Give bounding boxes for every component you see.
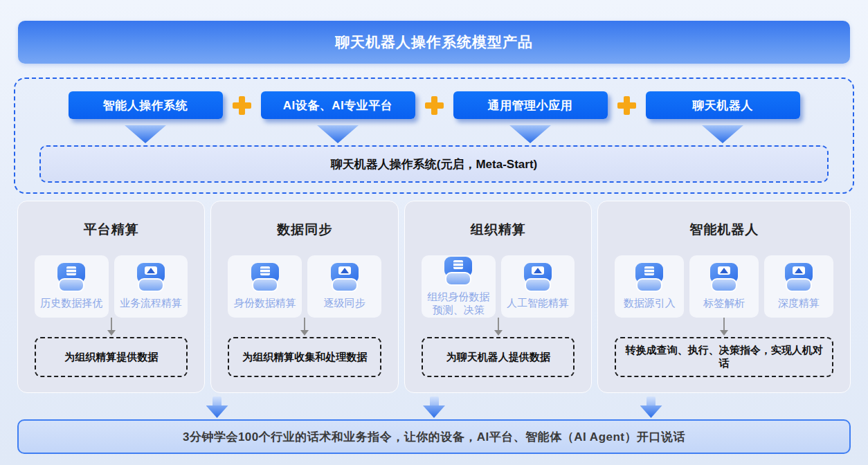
mountain-icon — [783, 263, 815, 292]
footer-text: 3分钟学会100个行业的话术和业务指令，让你的设备，AI平台、智能体（AI Ag… — [183, 429, 685, 445]
output-label: 为聊天机器人提供数据 — [446, 351, 550, 364]
feature-card: 历史数据择优 — [35, 255, 109, 318]
feature-card: 人工智能精算 — [501, 255, 575, 318]
column-title: 智能机器人 — [689, 221, 759, 239]
feature-card-label: 数据源引入 — [624, 297, 676, 310]
output-box: 转换成查询、执行、决策指令，实现人机对话 — [615, 337, 833, 377]
column-platform-actuary: 平台精算 历史数据择优 业务流程精算 为组织精算提供数据 — [17, 201, 205, 393]
os-composition-section: 智能人操作系统 AI设备、AI专业平台 通用管理小应用 聊天机器人 聊天机器人操… — [14, 78, 854, 194]
icon-glyph — [145, 266, 157, 275]
mountain-icon — [708, 263, 740, 292]
output-box: 为组织精算收集和处理数据 — [228, 337, 381, 377]
column-intelligent-robot: 智能机器人 数据源引入 标签解析 深度精算 — [597, 201, 851, 393]
robot-doc-icon — [249, 263, 281, 292]
cards-row: 历史数据择优 业务流程精算 — [35, 255, 188, 318]
column-org-actuary: 组织精算 组织身份数据预测、决策 人工智能精算 为聊天机器人提供数据 — [404, 201, 592, 393]
module-management-apps: 通用管理小应用 — [453, 91, 608, 143]
plus-shape — [425, 96, 444, 115]
meta-start-box: 聊天机器人操作系统(元启，Meta-Start) — [39, 145, 829, 183]
feature-card-label: 业务流程精算 — [120, 297, 182, 310]
cards-row: 身份数据精算 逐级同步 — [228, 255, 381, 318]
output-label: 为组织精算收集和处理数据 — [242, 351, 367, 364]
output-box: 为组织精算提供数据 — [35, 337, 188, 377]
plus-icon — [425, 91, 444, 119]
modules-row: 智能人操作系统 AI设备、AI专业平台 通用管理小应用 聊天机器人 — [15, 91, 853, 143]
column-title: 平台精算 — [84, 221, 139, 239]
feature-card: 标签解析 — [689, 255, 759, 318]
column-title: 数据同步 — [277, 221, 332, 239]
arrow-down-icon — [423, 396, 445, 418]
column-data-sync: 数据同步 身份数据精算 逐级同步 为组织精算收集和处理数据 — [210, 201, 398, 393]
connector-arrow-icon — [720, 318, 728, 337]
plus-shape — [233, 96, 251, 115]
cards-row: 数据源引入 标签解析 深度精算 — [615, 255, 833, 318]
icon-glyph — [793, 266, 805, 275]
feature-card: 深度精算 — [764, 255, 833, 318]
feature-card: 逐级同步 — [307, 255, 381, 318]
mountain-icon — [329, 263, 361, 292]
module-button: 通用管理小应用 — [453, 91, 608, 119]
output-label: 为组织精算提供数据 — [64, 351, 158, 364]
feature-card-label: 历史数据择优 — [40, 297, 102, 310]
module-label: 智能人操作系统 — [103, 98, 188, 113]
arrow-down-icon — [509, 125, 551, 143]
arrow-down-icon — [317, 125, 359, 143]
mountain-icon — [135, 263, 167, 292]
meta-start-label: 聊天机器人操作系统(元启，Meta-Start) — [331, 156, 537, 172]
module-button: 聊天机器人 — [646, 91, 800, 119]
feature-card-label: 深度精算 — [778, 297, 820, 310]
page-title: 聊天机器人操作系统模型产品 — [18, 21, 850, 64]
icon-glyph — [338, 266, 351, 275]
feature-card-label: 人工智能精算 — [507, 297, 569, 310]
feature-card-label: 逐级同步 — [324, 297, 365, 310]
feature-card: 组织身份数据预测、决策 — [422, 255, 496, 318]
footer-banner: 3分钟学会100个行业的话术和业务指令，让你的设备，AI平台、智能体（AI Ag… — [17, 419, 851, 454]
feature-card-label: 组织身份数据预测、决策 — [424, 291, 494, 317]
pillars-row: 平台精算 历史数据择优 业务流程精算 为组织精算提供数据 数据同步 — [17, 201, 851, 393]
robot-doc-icon — [442, 257, 474, 286]
plus-icon — [617, 91, 636, 119]
feature-card: 身份数据精算 — [228, 255, 302, 318]
plus-icon — [233, 91, 251, 119]
feature-card-label: 身份数据精算 — [234, 297, 296, 310]
output-label: 转换成查询、执行、决策指令，实现人机对话 — [620, 344, 828, 370]
output-box: 为聊天机器人提供数据 — [422, 337, 575, 377]
connector-arrow-icon — [494, 318, 503, 337]
robot-doc-icon — [633, 263, 665, 292]
feature-card: 数据源引入 — [615, 255, 684, 318]
robot-doc-icon — [55, 263, 87, 292]
icon-glyph — [532, 266, 544, 275]
feature-card: 业务流程精算 — [114, 255, 188, 318]
module-intelligent-os: 智能人操作系统 — [69, 91, 223, 143]
module-button: 智能人操作系统 — [69, 91, 223, 119]
arrow-down-icon — [702, 125, 743, 143]
icon-glyph — [718, 266, 730, 275]
icon-glyph — [260, 266, 270, 275]
arrow-down-icon — [640, 396, 662, 418]
mountain-icon — [522, 263, 554, 292]
icon-glyph — [66, 266, 76, 275]
icon-glyph — [453, 260, 463, 269]
module-label: 聊天机器人 — [692, 98, 753, 113]
feature-card-label: 标签解析 — [703, 297, 745, 310]
module-button: AI设备、AI专业平台 — [261, 91, 415, 119]
page-title-text: 聊天机器人操作系统模型产品 — [335, 33, 533, 52]
icon-glyph — [644, 266, 654, 275]
column-title: 组织精算 — [471, 221, 526, 239]
connector-arrow-icon — [300, 318, 309, 337]
module-label: AI设备、AI专业平台 — [283, 98, 393, 113]
flow-arrows-row — [0, 393, 868, 419]
arrow-down-icon — [206, 396, 228, 418]
cards-row: 组织身份数据预测、决策 人工智能精算 — [422, 255, 575, 318]
module-ai-devices: AI设备、AI专业平台 — [261, 91, 415, 143]
module-label: 通用管理小应用 — [488, 98, 573, 113]
arrow-down-icon — [125, 125, 166, 143]
module-chatbot: 聊天机器人 — [646, 91, 800, 143]
connector-arrow-icon — [107, 318, 116, 337]
plus-shape — [617, 96, 636, 115]
